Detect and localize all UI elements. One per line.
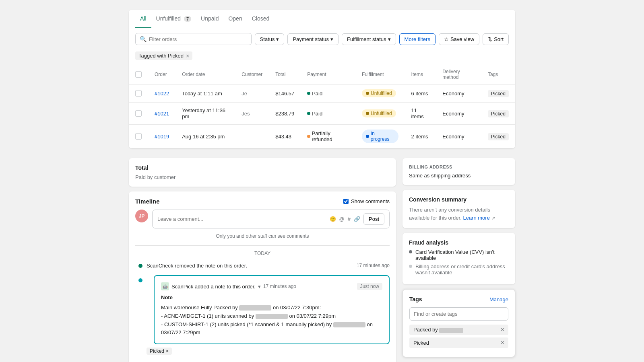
tag-picked-cell: Picked <box>488 133 509 140</box>
delivery-method: Economy <box>436 84 481 103</box>
payment-status: Paid <box>301 103 355 125</box>
payment-status: Paid <box>301 84 355 103</box>
delivery-method: Economy <box>436 103 481 125</box>
timeline-title: Timeline <box>135 198 160 205</box>
tag-item-picked: Picked × <box>409 337 508 348</box>
timeline-event-time: 17 minutes ago <box>357 263 390 268</box>
order-tag: Picked <box>481 125 515 148</box>
learn-more-link[interactable]: Learn more <box>463 215 489 221</box>
order-total: $238.79 <box>269 103 301 125</box>
status-filter-button[interactable]: Status ▾ <box>255 33 285 45</box>
active-filters: Tagged with Picked × <box>129 50 515 65</box>
order-number[interactable]: #1021 <box>155 111 169 117</box>
order-detail-sidebar: BILLING ADDRESS Same as shipping address… <box>402 158 515 362</box>
fraud-title: Fraud analysis <box>409 239 509 246</box>
items-col-header: Items <box>405 65 436 84</box>
tab-open[interactable]: Open <box>223 10 247 28</box>
search-box[interactable]: 🔍 <box>135 33 252 45</box>
row-checkbox[interactable] <box>135 133 142 140</box>
filter-tag-picked: Tagged with Picked × <box>135 51 192 60</box>
timeline-dot-note <box>138 278 142 282</box>
customer-name <box>235 125 269 148</box>
timeline-event-text: ScanCheck removed the note on this order… <box>147 263 353 269</box>
fulfillment-col-header: Fulfillment <box>355 65 405 84</box>
emoji-icon[interactable]: 🙂 <box>330 216 336 222</box>
mention-icon[interactable]: @ <box>339 216 345 222</box>
tag-picked-label: Picked <box>413 340 429 346</box>
delivery-col-header: Delivery method <box>436 65 481 84</box>
more-filters-button[interactable]: More filters <box>399 33 436 45</box>
fulfillment-status-filter-button[interactable]: Fulfillment status ▾ <box>342 33 396 45</box>
show-comments-checkbox[interactable] <box>343 199 349 204</box>
just-now-badge: Just now <box>357 283 382 290</box>
order-date: Yesterday at 11:36 pm <box>175 103 235 125</box>
payment-dot <box>307 112 310 115</box>
picked-tag-note: Picked × <box>147 348 172 355</box>
tab-unfulfilled[interactable]: Unfulfilled 7 <box>151 10 196 28</box>
hashtag-icon[interactable]: # <box>348 216 351 222</box>
blurred-name-3 <box>333 322 365 327</box>
note-actor-text: ScanPick added a note to this order. <box>171 284 256 290</box>
sort-button[interactable]: ⇅ Sort <box>483 33 509 45</box>
note-content: Main warehouse Fully Packed by on 03/07/… <box>161 304 382 337</box>
fraud-analysis-card: Fraud analysis Card Verification Value (… <box>402 233 515 284</box>
remove-filter-button[interactable]: × <box>186 53 189 59</box>
dropdown-arrow-icon[interactable]: ▾ <box>258 284 261 290</box>
note-tags-row: Picked × <box>147 348 390 355</box>
tab-all[interactable]: All <box>135 10 151 28</box>
toolbar: 🔍 Status ▾ Payment status ▾ Fulfillment … <box>129 28 515 50</box>
payment-status-filter-button[interactable]: Payment status ▾ <box>287 33 339 45</box>
order-number[interactable]: #1019 <box>155 134 169 140</box>
delivery-method: Economy <box>436 125 481 148</box>
order-date: Aug 16 at 2:35 pm <box>175 125 235 148</box>
blurred-name-1 <box>239 305 271 311</box>
star-icon: ☆ <box>444 36 449 42</box>
remove-packed-by-button[interactable]: × <box>501 327 504 333</box>
comment-box: JP 🙂 @ # 🔗 Post <box>135 210 390 228</box>
comment-input[interactable] <box>157 216 326 222</box>
tag-picked-cell: Picked <box>488 90 509 97</box>
tab-closed[interactable]: Closed <box>247 10 275 28</box>
remove-picked-icon[interactable]: × <box>166 348 169 354</box>
total-label: Total <box>135 165 390 171</box>
total-card: Total Paid by customer <box>129 158 396 187</box>
order-total: $146.57 <box>269 84 301 103</box>
search-input[interactable] <box>149 36 247 42</box>
timeline-item: ScanCheck removed the note on this order… <box>135 259 390 272</box>
today-label: TODAY <box>135 251 390 256</box>
row-checkbox[interactable] <box>135 90 142 97</box>
note-card-header: 🤖 ScanPick added a note to this order. ▾… <box>161 282 382 290</box>
timeline-header: Timeline Show comments <box>135 198 390 205</box>
select-all-checkbox[interactable] <box>135 71 142 78</box>
fulfillment-dot <box>366 135 369 138</box>
note-card: 🤖 ScanPick added a note to this order. ▾… <box>154 275 390 344</box>
fraud-item-1: Card Verification Value (CVV) isn't avai… <box>409 249 509 261</box>
save-view-button[interactable]: ☆ Save view <box>439 33 479 45</box>
orders-table: Order Order date Customer Total Payment … <box>129 65 515 148</box>
chevron-down-icon: ▾ <box>276 36 279 42</box>
tab-unpaid[interactable]: Unpaid <box>196 10 223 28</box>
payment-dot <box>307 92 310 95</box>
tags-panel: Tags Manage Packed by × Picked × <box>402 289 515 357</box>
manage-tags-link[interactable]: Manage <box>489 296 508 302</box>
billing-value: Same as shipping address <box>409 173 509 179</box>
timeline-card: Timeline Show comments JP <box>129 191 396 362</box>
note-line-1: Main warehouse Fully Packed by on 03/07/… <box>161 304 382 312</box>
payment-status: Partially refunded <box>301 125 355 148</box>
comment-input-wrap: 🙂 @ # 🔗 Post <box>152 210 390 228</box>
remove-picked-button[interactable]: × <box>501 339 504 346</box>
blurred-name-2 <box>256 314 288 319</box>
total-col-header: Total <box>269 65 301 84</box>
tags-search-input[interactable] <box>409 307 508 321</box>
post-button[interactable]: Post <box>363 213 384 225</box>
tag-packed-by-label: Packed by <box>413 327 463 333</box>
order-number[interactable]: #1022 <box>155 90 169 97</box>
note-timeline-row: 🤖 ScanPick added a note to this order. ▾… <box>135 272 390 358</box>
row-checkbox[interactable] <box>135 110 142 117</box>
fulfillment-status: In progress <box>355 125 405 148</box>
comments-note: Only you and other staff can see comment… <box>135 233 390 239</box>
sort-icon: ⇅ <box>488 36 492 42</box>
customer-name: Jes <box>235 103 269 125</box>
attachment-icon[interactable]: 🔗 <box>354 216 360 222</box>
customer-col-header: Customer <box>235 65 269 84</box>
